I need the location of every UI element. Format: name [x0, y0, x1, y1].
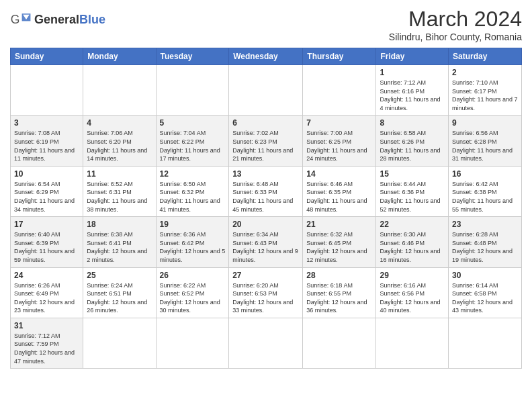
day-info: Sunrise: 7:12 AM Sunset: 6:16 PM Dayligh…: [380, 79, 445, 112]
day-number: 3: [14, 118, 79, 128]
calendar-cell: [229, 318, 303, 368]
day-number: 12: [160, 169, 226, 179]
calendar-cell: 23Sunrise: 6:28 AM Sunset: 6:48 PM Dayli…: [449, 217, 522, 267]
calendar-cell: 5Sunrise: 7:04 AM Sunset: 6:22 PM Daylig…: [156, 116, 229, 166]
calendar-cell: 25Sunrise: 6:24 AM Sunset: 6:51 PM Dayli…: [83, 267, 156, 318]
day-number: 5: [160, 118, 226, 128]
calendar-cell: 3Sunrise: 7:08 AM Sunset: 6:19 PM Daylig…: [11, 116, 83, 166]
day-number: 9: [452, 118, 518, 128]
day-number: 10: [14, 169, 79, 179]
calendar-week-3: 10Sunrise: 6:54 AM Sunset: 6:29 PM Dayli…: [11, 166, 522, 216]
day-number: 17: [14, 220, 79, 229]
weekday-header-row: SundayMondayTuesdayWednesdayThursdayFrid…: [11, 48, 522, 65]
calendar-body: 1Sunrise: 7:12 AM Sunset: 6:16 PM Daylig…: [11, 65, 522, 369]
day-info: Sunrise: 6:42 AM Sunset: 6:38 PM Dayligh…: [452, 180, 518, 214]
day-info: Sunrise: 6:24 AM Sunset: 6:51 PM Dayligh…: [87, 281, 152, 315]
calendar-week-1: 1Sunrise: 7:12 AM Sunset: 6:16 PM Daylig…: [11, 65, 522, 116]
calendar-cell: 22Sunrise: 6:30 AM Sunset: 6:46 PM Dayli…: [376, 217, 449, 267]
day-number: 31: [14, 321, 79, 330]
day-number: 4: [87, 118, 152, 128]
weekday-header-friday: Friday: [376, 48, 449, 65]
day-info: Sunrise: 6:32 AM Sunset: 6:45 PM Dayligh…: [306, 230, 372, 264]
calendar-header: SundayMondayTuesdayWednesdayThursdayFrid…: [11, 48, 522, 65]
calendar-cell: 24Sunrise: 6:26 AM Sunset: 6:49 PM Dayli…: [11, 267, 83, 318]
calendar-cell: 19Sunrise: 6:36 AM Sunset: 6:42 PM Dayli…: [156, 217, 229, 267]
day-info: Sunrise: 7:10 AM Sunset: 6:17 PM Dayligh…: [452, 79, 518, 112]
calendar-cell: 6Sunrise: 7:02 AM Sunset: 6:23 PM Daylig…: [229, 116, 303, 166]
location-subtitle: Silindru, Bihor County, Romania: [389, 32, 522, 42]
day-number: 15: [380, 169, 445, 179]
day-number: 7: [306, 118, 372, 128]
calendar-cell: [83, 65, 156, 116]
day-info: Sunrise: 6:20 AM Sunset: 6:53 PM Dayligh…: [232, 281, 299, 315]
calendar-table: SundayMondayTuesdayWednesdayThursdayFrid…: [10, 48, 522, 369]
day-number: 16: [452, 169, 518, 179]
day-number: 30: [452, 271, 518, 280]
calendar-cell: 9Sunrise: 6:56 AM Sunset: 6:28 PM Daylig…: [449, 116, 522, 166]
calendar-cell: [11, 65, 83, 116]
day-info: Sunrise: 6:38 AM Sunset: 6:41 PM Dayligh…: [87, 230, 152, 264]
calendar-cell: 12Sunrise: 6:50 AM Sunset: 6:32 PM Dayli…: [156, 166, 229, 216]
day-info: Sunrise: 7:04 AM Sunset: 6:22 PM Dayligh…: [160, 129, 226, 163]
month-year-title: March 2024: [389, 7, 522, 32]
day-number: 21: [306, 220, 372, 229]
day-number: 2: [452, 68, 518, 77]
calendar-week-4: 17Sunrise: 6:40 AM Sunset: 6:39 PM Dayli…: [11, 217, 522, 267]
day-number: 13: [232, 169, 299, 179]
day-info: Sunrise: 6:48 AM Sunset: 6:33 PM Dayligh…: [232, 180, 299, 214]
logo: G GeneralBlue: [10, 7, 105, 29]
day-info: Sunrise: 6:44 AM Sunset: 6:36 PM Dayligh…: [380, 180, 445, 214]
calendar-cell: [303, 65, 376, 116]
weekday-header-tuesday: Tuesday: [156, 48, 229, 65]
day-number: 20: [232, 220, 299, 229]
day-info: Sunrise: 6:54 AM Sunset: 6:29 PM Dayligh…: [14, 180, 79, 214]
day-number: 8: [380, 118, 445, 128]
calendar-cell: [83, 318, 156, 368]
calendar-cell: [156, 65, 229, 116]
calendar-cell: 4Sunrise: 7:06 AM Sunset: 6:20 PM Daylig…: [83, 116, 156, 166]
weekday-header-thursday: Thursday: [303, 48, 376, 65]
day-number: 1: [380, 68, 445, 77]
calendar-cell: 18Sunrise: 6:38 AM Sunset: 6:41 PM Dayli…: [83, 217, 156, 267]
calendar-cell: 1Sunrise: 7:12 AM Sunset: 6:16 PM Daylig…: [376, 65, 449, 116]
calendar-cell: 14Sunrise: 6:46 AM Sunset: 6:35 PM Dayli…: [303, 166, 376, 216]
day-number: 22: [380, 220, 445, 229]
calendar-cell: 26Sunrise: 6:22 AM Sunset: 6:52 PM Dayli…: [156, 267, 229, 318]
day-info: Sunrise: 6:28 AM Sunset: 6:48 PM Dayligh…: [452, 230, 518, 264]
day-info: Sunrise: 6:18 AM Sunset: 6:55 PM Dayligh…: [306, 281, 372, 315]
calendar-cell: 11Sunrise: 6:52 AM Sunset: 6:31 PM Dayli…: [83, 166, 156, 216]
calendar-cell: [229, 65, 303, 116]
day-info: Sunrise: 6:50 AM Sunset: 6:32 PM Dayligh…: [160, 180, 226, 214]
calendar-cell: 30Sunrise: 6:14 AM Sunset: 6:58 PM Dayli…: [449, 267, 522, 318]
header: G GeneralBlue March 2024 Silindru, Bihor…: [10, 7, 522, 42]
day-number: 27: [232, 271, 299, 280]
day-info: Sunrise: 6:36 AM Sunset: 6:42 PM Dayligh…: [160, 230, 226, 264]
day-number: 6: [232, 118, 299, 128]
logo-text: GeneralBlue: [34, 13, 105, 26]
calendar-cell: 13Sunrise: 6:48 AM Sunset: 6:33 PM Dayli…: [229, 166, 303, 216]
weekday-header-wednesday: Wednesday: [229, 48, 303, 65]
calendar-week-2: 3Sunrise: 7:08 AM Sunset: 6:19 PM Daylig…: [11, 116, 522, 166]
calendar-cell: [303, 318, 376, 368]
weekday-header-monday: Monday: [83, 48, 156, 65]
day-number: 29: [380, 271, 445, 280]
day-info: Sunrise: 6:16 AM Sunset: 6:56 PM Dayligh…: [380, 281, 445, 315]
logo-icon: G: [10, 10, 32, 29]
calendar-week-6: 31Sunrise: 7:12 AM Sunset: 7:59 PM Dayli…: [11, 318, 522, 368]
day-info: Sunrise: 7:02 AM Sunset: 6:23 PM Dayligh…: [232, 129, 299, 163]
day-number: 14: [306, 169, 372, 179]
calendar-cell: 15Sunrise: 6:44 AM Sunset: 6:36 PM Dayli…: [376, 166, 449, 216]
calendar-cell: 8Sunrise: 6:58 AM Sunset: 6:26 PM Daylig…: [376, 116, 449, 166]
day-number: 11: [87, 169, 152, 179]
calendar-cell: 20Sunrise: 6:34 AM Sunset: 6:43 PM Dayli…: [229, 217, 303, 267]
calendar-cell: 17Sunrise: 6:40 AM Sunset: 6:39 PM Dayli…: [11, 217, 83, 267]
day-info: Sunrise: 6:40 AM Sunset: 6:39 PM Dayligh…: [14, 230, 79, 264]
calendar-cell: 31Sunrise: 7:12 AM Sunset: 7:59 PM Dayli…: [11, 318, 83, 368]
calendar-cell: 16Sunrise: 6:42 AM Sunset: 6:38 PM Dayli…: [449, 166, 522, 216]
day-info: Sunrise: 6:52 AM Sunset: 6:31 PM Dayligh…: [87, 180, 152, 214]
day-number: 25: [87, 271, 152, 280]
day-info: Sunrise: 7:12 AM Sunset: 7:59 PM Dayligh…: [14, 332, 79, 365]
calendar-cell: [156, 318, 229, 368]
calendar-cell: 28Sunrise: 6:18 AM Sunset: 6:55 PM Dayli…: [303, 267, 376, 318]
calendar-cell: 27Sunrise: 6:20 AM Sunset: 6:53 PM Dayli…: [229, 267, 303, 318]
